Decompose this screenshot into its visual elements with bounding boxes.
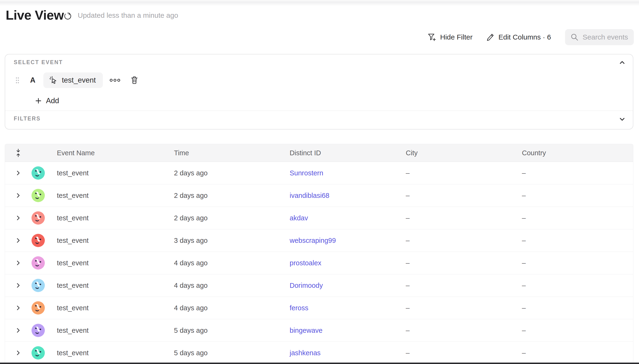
city-cell: –: [406, 237, 522, 244]
hide-filter-button[interactable]: Hide Filter: [427, 29, 473, 45]
time-cell: 5 days ago: [174, 349, 290, 357]
collapse-rows-button[interactable]: [15, 148, 22, 158]
city-cell: –: [406, 214, 522, 222]
filter-plus-icon: [427, 32, 437, 42]
table-row[interactable]: test_event 4 days ago prostoalex – –: [5, 252, 633, 274]
user-avatar: [32, 256, 45, 270]
distinct-id-link[interactable]: ivandiblasi68: [290, 192, 329, 199]
trash-icon: [130, 76, 138, 85]
page-title: Live View: [6, 8, 64, 23]
chevron-right-icon[interactable]: [15, 282, 21, 288]
collapse-section-button[interactable]: [619, 60, 626, 65]
column-header-city: City: [406, 149, 522, 157]
column-header-distinct-id: Distinct ID: [290, 149, 406, 157]
table-row[interactable]: test_event 5 days ago jashkenas – –: [5, 342, 633, 364]
pencil-icon: [486, 33, 495, 42]
events-table: Event Name Time Distinct ID City Country…: [5, 144, 633, 364]
refresh-icon: [64, 12, 72, 20]
city-cell: –: [406, 192, 522, 200]
event-name-cell: test_event: [57, 169, 174, 177]
distinct-id-link[interactable]: Dorimoody: [290, 282, 323, 289]
table-row[interactable]: test_event 3 days ago webscraping99 – –: [5, 229, 633, 252]
search-input[interactable]: [583, 33, 631, 41]
cursor-click-icon: [49, 76, 58, 85]
table-row[interactable]: test_event 4 days ago feross – –: [5, 297, 633, 319]
distinct-id-link[interactable]: jashkenas: [290, 349, 321, 357]
column-header-event-name: Event Name: [57, 149, 174, 157]
chevron-right-icon[interactable]: [15, 238, 21, 244]
event-name-cell: test_event: [57, 237, 174, 244]
city-cell: –: [406, 304, 522, 312]
expand-filters-button[interactable]: [619, 116, 626, 122]
user-avatar: [32, 346, 45, 360]
time-cell: 5 days ago: [174, 326, 290, 334]
chevron-right-icon[interactable]: [15, 192, 21, 198]
distinct-id-link[interactable]: Sunrostern: [290, 169, 323, 177]
plus-icon: [35, 98, 42, 104]
table-row[interactable]: test_event 4 days ago Dorimoody – –: [5, 274, 633, 297]
table-row[interactable]: test_event 2 days ago Sunrostern – –: [5, 162, 633, 184]
select-event-label: SELECT EVENT: [14, 59, 63, 66]
updated-status: Updated less than a minute ago: [78, 11, 178, 20]
filters-label: FILTERS: [14, 116, 41, 122]
column-header-country: Country: [522, 149, 633, 157]
time-cell: 2 days ago: [174, 169, 290, 177]
selected-event-name: test_event: [62, 76, 96, 84]
chevron-right-icon[interactable]: [15, 305, 21, 311]
event-more-options-button[interactable]: [109, 78, 120, 82]
city-cell: –: [406, 282, 522, 290]
user-avatar: [32, 301, 45, 314]
event-clause-row: A test_event: [16, 72, 138, 88]
country-cell: –: [522, 237, 633, 244]
more-options-icon: [109, 78, 120, 82]
table-header-row: Event Name Time Distinct ID City Country: [5, 144, 633, 162]
edit-columns-button[interactable]: Edit Columns · 6: [486, 29, 551, 45]
chevron-right-icon[interactable]: [15, 260, 21, 266]
time-cell: 2 days ago: [174, 192, 290, 200]
hide-filter-label: Hide Filter: [440, 33, 473, 41]
user-avatar: [32, 324, 45, 337]
event-name-cell: test_event: [57, 282, 174, 290]
distinct-id-link[interactable]: akdav: [290, 214, 308, 222]
country-cell: –: [522, 304, 633, 312]
distinct-id-link[interactable]: feross: [290, 304, 308, 312]
chevron-right-icon[interactable]: [15, 350, 21, 356]
country-cell: –: [522, 259, 633, 267]
event-name-cell: test_event: [57, 349, 174, 357]
time-cell: 4 days ago: [174, 259, 290, 267]
event-name-cell: test_event: [57, 214, 174, 222]
distinct-id-link[interactable]: bingewave: [290, 326, 323, 334]
distinct-id-link[interactable]: webscraping99: [290, 237, 336, 244]
event-selector-chip[interactable]: test_event: [43, 72, 103, 88]
search-events-box[interactable]: [565, 29, 634, 45]
search-icon: [570, 33, 579, 42]
bottom-edge-bar: [0, 362, 639, 364]
table-row[interactable]: test_event 2 days ago akdav – –: [5, 207, 633, 229]
table-row[interactable]: test_event 2 days ago ivandiblasi68 – –: [5, 184, 633, 207]
collapse-vertical-icon: [15, 148, 22, 158]
delete-event-button[interactable]: [130, 76, 138, 85]
city-cell: –: [406, 259, 522, 267]
country-cell: –: [522, 214, 633, 222]
drag-handle-icon[interactable]: [16, 77, 19, 84]
distinct-id-link[interactable]: prostoalex: [290, 259, 321, 267]
city-cell: –: [406, 349, 522, 357]
user-avatar: [32, 166, 45, 180]
user-avatar: [32, 189, 45, 202]
country-cell: –: [522, 326, 633, 334]
edit-columns-label: Edit Columns · 6: [498, 33, 551, 41]
add-event-button[interactable]: Add: [35, 96, 59, 105]
chevron-right-icon[interactable]: [15, 327, 21, 334]
chevron-right-icon[interactable]: [15, 170, 21, 176]
clause-letter: A: [30, 76, 35, 84]
city-cell: –: [406, 169, 522, 177]
country-cell: –: [522, 192, 633, 200]
table-row[interactable]: test_event 5 days ago bingewave – –: [5, 319, 633, 342]
user-avatar: [32, 234, 45, 247]
time-cell: 4 days ago: [174, 304, 290, 312]
user-avatar: [32, 279, 45, 292]
event-name-cell: test_event: [57, 192, 174, 200]
refresh-button[interactable]: [63, 11, 73, 21]
event-name-cell: test_event: [57, 259, 174, 267]
chevron-right-icon[interactable]: [15, 215, 21, 221]
